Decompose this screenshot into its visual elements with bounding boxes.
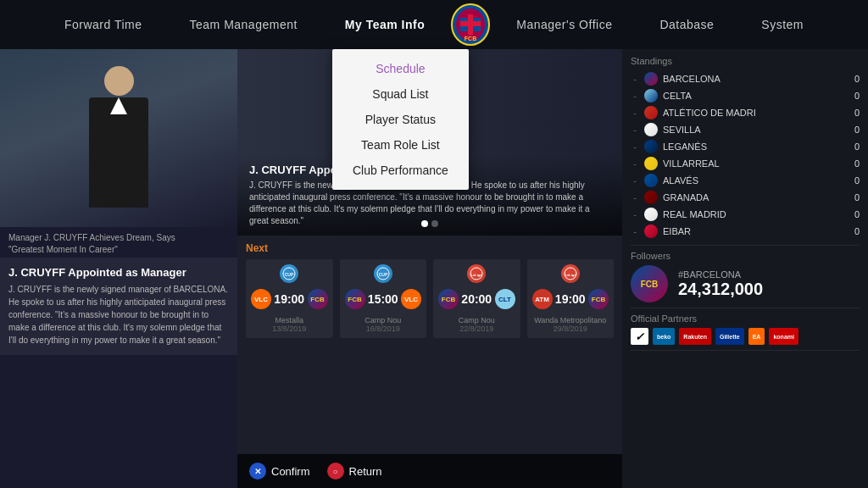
matches-list: CUP VLC 19:00 FCB Mestalla 13/8/2019 [246,259,614,338]
figure-head [104,66,134,96]
nav-managers-office[interactable]: Manager's Office [492,18,636,31]
standings-title: Standings [631,56,860,66]
standing-name: ALAVÉS [663,175,849,186]
partners-section: Official Partners ✓ beko Rakuten Gillett… [631,313,860,351]
followers-tag: #BARCELONA [678,269,860,280]
match-card-3: LaLiga FCB 20:00 CLT Camp Nou 22/8/2019 [433,259,520,338]
manager-figure [81,66,157,227]
team-crest-barca-3: FCB [438,289,459,309]
league-badge-2: CUP [343,264,424,283]
standings-rows: - BARCELONA 0 - CELTA 0 - ATLÉTICO DE MA… [631,70,860,240]
left-panel: Manager J. CRUYFF Achieves Dream, Says "… [0,49,237,488]
nav-bar: Forward Time Team Management My Team Inf… [0,0,868,49]
standing-pts: 0 [854,226,860,236]
match-venue-3: Camp Nou [437,316,517,324]
manager-caption: Manager J. CRUYFF Achieves Dream, Says "… [0,227,237,258]
news-section: J. CRUYFF Appointed as Manager J. CRUYFF… [0,258,237,355]
league-badge-1: CUP [249,264,330,283]
match-teams-4: ATM 19:00 FCB [531,286,611,313]
followers-crest: FCB [631,265,668,302]
standing-crest [644,191,658,204]
news-body: J. CRUYFF is the newly signed manager of… [8,283,229,347]
nav-database[interactable]: Database [636,18,737,31]
team-crest-barca-1: FCB [308,289,328,309]
dot-2 [431,220,438,227]
standing-row: - LEGANÉS 0 [631,138,860,155]
standing-crest [644,225,658,238]
standing-pts: 0 [854,158,860,169]
followers-content: FCB #BARCELONA 24,312,000 [631,265,860,302]
league-badge-4: LaLiga [531,264,611,283]
standing-crest [644,208,658,221]
match-venue-4: Wanda Metropolitano [531,316,611,324]
match-date-4: 29/8/2019 [531,324,611,333]
confirm-button[interactable]: ✕ Confirm [249,463,310,480]
dropdown-club-performance[interactable]: Club Performance [332,158,469,183]
standing-name: LEGANÉS [663,141,849,152]
match-time-4: 19:00 [555,292,586,306]
dot-1 [421,220,428,227]
partner-beko: beko [653,328,675,345]
standing-pos: - [631,125,639,135]
match-teams-3: FCB 20:00 CLT [437,286,517,313]
standing-pts: 0 [854,125,860,135]
nav-forward-time[interactable]: Forward Time [41,18,166,31]
match-time-2: 15:00 [368,292,398,306]
svg-text:LaLiga: LaLiga [565,273,576,277]
standing-name: REAL MADRID [663,209,849,219]
match-venue-2: Camp Nou [343,316,424,324]
svg-text:LaLiga: LaLiga [471,273,483,277]
dropdown-team-role-list[interactable]: Team Role List [332,132,469,158]
news-title: J. CRUYFF Appointed as Manager [8,266,229,279]
partner-konami: konami [769,328,798,345]
dropdown-squad-list[interactable]: Squad List [332,81,469,107]
standing-row: - REAL MADRID 0 [631,206,860,223]
standing-row: - GRANADA 0 [631,189,860,206]
partners-logos: ✓ beko Rakuten Gillette EA konami [631,328,860,345]
standing-crest [644,89,658,103]
carousel-dots [421,217,438,230]
nav-system[interactable]: System [737,18,827,31]
match-date-1: 13/8/2019 [249,324,330,333]
match-venue-1: Mestalla [249,316,330,324]
standing-pos: - [631,74,639,84]
match-card-4: LaLiga ATM 19:00 FCB Wanda Metropolitano… [527,259,615,338]
standing-name: BARCELONA [663,74,849,84]
partners-title: Official Partners [631,313,860,324]
figure-body [89,97,148,208]
nav-team-management[interactable]: Team Management [166,18,321,31]
league-icon-3: LaLiga [467,264,486,283]
nav-my-team-info[interactable]: My Team Info [321,18,448,31]
standing-name: EIBAR [663,226,849,236]
standing-pts: 0 [854,91,860,101]
standing-pts: 0 [854,74,860,84]
x-button-icon: ✕ [249,463,266,480]
team-crest-valencia-1: VLC [251,289,271,309]
standing-row: - ATLÉTICO DE MADRI 0 [631,104,860,121]
standing-row: - SEVILLA 0 [631,121,860,138]
team-crest-barca-4: FCB [588,289,609,309]
standing-name: SEVILLA [663,125,849,135]
dropdown-player-status[interactable]: Player Status [332,107,469,132]
team-crest-atletico-4: ATM [532,289,553,309]
standing-crest [644,123,658,136]
standing-name: VILLARREAL [663,158,849,169]
league-badge-3: LaLiga [437,264,517,283]
svg-rect-4 [460,21,481,26]
followers-info: #BARCELONA 24,312,000 [678,269,860,299]
standing-pos: - [631,158,639,169]
partner-rakuten: Rakuten [679,328,711,345]
team-crest-valencia-2: VLC [401,289,421,309]
followers-title: Followers [631,251,860,261]
standing-pos: - [631,209,639,219]
league-icon-4: LaLiga [561,264,580,283]
bottom-bar: ✕ Confirm ○ Return [237,454,622,488]
standing-pos: - [631,175,639,186]
confirm-label: Confirm [271,465,310,478]
svg-text:FCB: FCB [465,36,476,42]
dropdown-schedule[interactable]: Schedule [332,56,469,81]
return-button[interactable]: ○ Return [327,463,382,480]
match-teams-2: FCB 15:00 VLC [343,286,424,313]
standing-pos: - [631,192,639,202]
followers-count: 24,312,000 [678,280,860,299]
